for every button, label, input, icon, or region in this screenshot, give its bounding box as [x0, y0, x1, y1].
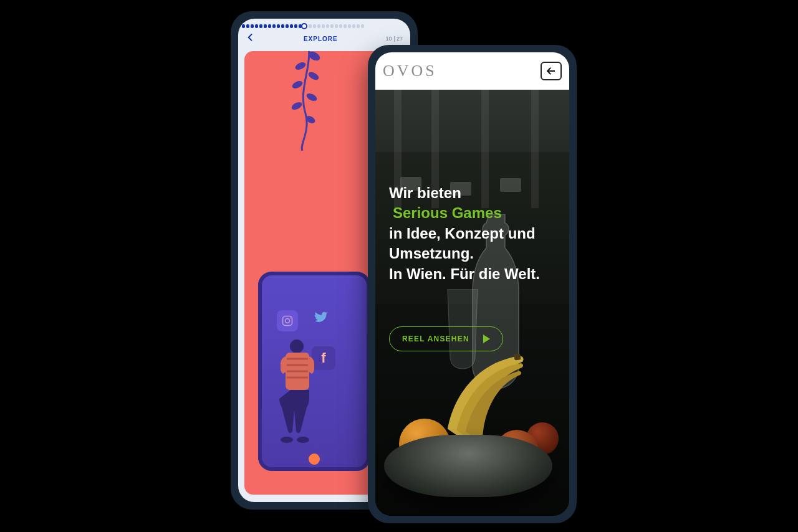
progress-segment	[348, 24, 351, 28]
progress-segment	[268, 24, 271, 28]
copy-line-5: In Wien. Für die Welt.	[389, 264, 555, 284]
reel-button-label: REEL ANSEHEN	[402, 335, 469, 343]
progress-segment	[251, 24, 254, 28]
svg-point-4	[305, 92, 319, 102]
svg-point-1	[294, 61, 307, 72]
progress-segment	[339, 24, 342, 28]
vine-decoration	[274, 51, 330, 153]
hero-section: Wir bieten Serious Games in Idee, Konzep…	[375, 90, 569, 516]
progress-segment	[309, 24, 312, 28]
svg-point-2	[307, 70, 320, 82]
progress-segment	[352, 24, 355, 28]
chevron-left-icon	[246, 32, 256, 42]
copy-line-1: Wir bieten	[389, 183, 555, 203]
progress-knob[interactable]	[301, 23, 307, 29]
page-counter: 10 | 27	[386, 36, 403, 42]
progress-segment	[277, 24, 280, 28]
back-button[interactable]	[246, 32, 256, 45]
progress-segment	[313, 24, 316, 28]
copy-line-4: Umsetzung.	[389, 244, 555, 264]
progress-segment	[272, 24, 276, 28]
progress-segment	[294, 24, 297, 28]
fruit-bowl-decoration	[378, 366, 565, 497]
play-icon	[483, 335, 490, 343]
progress-segment	[259, 24, 262, 28]
progress-segment	[317, 24, 320, 28]
phone-illustration: f	[258, 272, 370, 471]
brand-logo: OVOS	[383, 62, 437, 80]
phone-mockup-ovos: OVOS	[368, 45, 577, 523]
progress-segment	[242, 24, 245, 28]
progress-bar[interactable]	[238, 19, 410, 31]
ovos-screen: OVOS	[375, 52, 569, 516]
copy-highlight: Serious Games	[389, 203, 555, 223]
svg-point-5	[291, 100, 304, 111]
progress-segment	[344, 24, 347, 28]
screen-title: EXPLORE	[304, 36, 338, 42]
person-illustration	[276, 338, 319, 446]
copy-line-3: in Idee, Konzept und	[389, 224, 555, 244]
svg-point-10	[290, 340, 304, 353]
svg-rect-18	[514, 353, 521, 360]
svg-point-9	[290, 318, 291, 319]
progress-segment	[255, 24, 258, 28]
progress-segment	[330, 24, 334, 28]
back-button[interactable]	[541, 62, 562, 80]
progress-segment	[361, 24, 364, 28]
progress-segment	[286, 24, 289, 28]
svg-point-8	[286, 319, 290, 323]
arrow-left-icon	[546, 65, 557, 77]
progress-segment	[264, 24, 267, 28]
progress-segment	[357, 24, 360, 28]
progress-segment	[281, 24, 284, 28]
svg-point-3	[291, 80, 304, 90]
progress-segment	[326, 24, 329, 28]
svg-point-16	[297, 437, 309, 443]
instagram-icon	[277, 310, 298, 331]
twitter-icon	[310, 306, 332, 328]
home-indicator	[309, 454, 320, 465]
progress-segment	[335, 24, 338, 28]
progress-segment	[322, 24, 325, 28]
progress-segment	[290, 24, 293, 28]
page-current: 10	[386, 36, 392, 42]
svg-point-15	[281, 437, 293, 443]
svg-rect-7	[283, 316, 292, 326]
hero-copy: Wir bieten Serious Games in Idee, Konzep…	[389, 183, 555, 284]
page-total: 27	[397, 36, 403, 42]
ovos-header: OVOS	[375, 52, 569, 90]
reel-button[interactable]: REEL ANSEHEN	[389, 326, 503, 351]
progress-segment	[246, 24, 249, 28]
